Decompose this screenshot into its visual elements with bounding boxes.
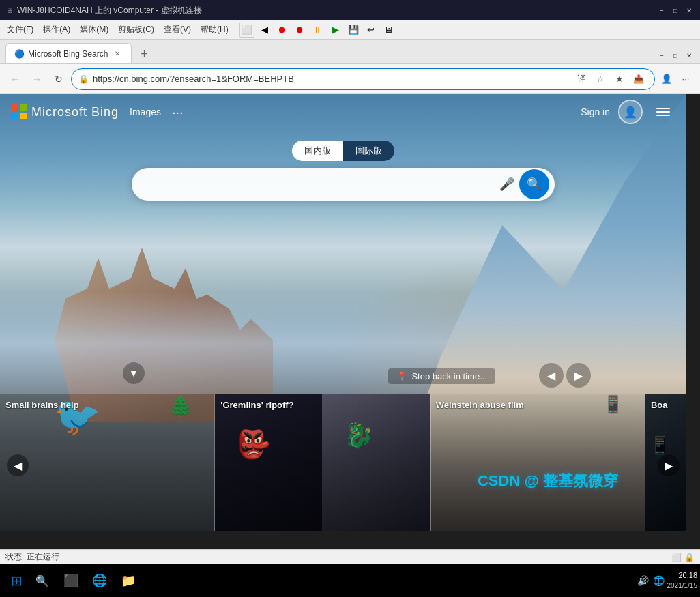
status-icon-2: 🔒 xyxy=(684,553,695,562)
hamburger-menu[interactable] xyxy=(651,100,675,124)
forward-button[interactable]: → xyxy=(27,70,46,89)
domestic-button[interactable]: 国内版 xyxy=(292,141,343,161)
card-3-title: Boa xyxy=(651,400,681,410)
vm-btn-rec[interactable]: ⏺ xyxy=(293,23,308,38)
card-0-overlay xyxy=(0,394,214,531)
address-bar: ← → ↻ 🔒 https://cn.bing.com/?ensearch=1&… xyxy=(0,64,700,94)
menu-clipboard[interactable]: 剪贴板(C) xyxy=(114,23,158,37)
menu-help[interactable]: 帮助(H) xyxy=(196,23,233,37)
bing-header-right: Sign in 👤 xyxy=(581,100,675,124)
logo-green xyxy=(20,104,27,111)
sign-in-link[interactable]: Sign in xyxy=(581,106,610,117)
browser-close[interactable]: ✕ xyxy=(684,50,695,61)
location-text: Step back in time... xyxy=(411,371,487,381)
hamburger-line-1 xyxy=(656,108,670,109)
search-box: 🎤 🔍 xyxy=(132,168,555,201)
browser-actions: 👤 ··· xyxy=(658,70,695,88)
system-tray: 🔊 🌐 xyxy=(637,575,665,586)
volume-icon[interactable]: 🔊 xyxy=(637,575,649,586)
next-arrow[interactable]: ▶ xyxy=(566,363,591,388)
news-card-2[interactable]: 👩 📱 Weinstein abuse film xyxy=(431,394,645,531)
search-icon: 🔍 xyxy=(35,574,49,587)
bing-logo: Microsoft Bing xyxy=(11,104,119,120)
menu-view[interactable]: 查看(V) xyxy=(160,23,195,37)
edge-browser-taskbar[interactable]: 🌐 xyxy=(86,567,113,594)
nav-arrows: ◀ ▶ xyxy=(539,363,591,388)
browser-chrome: 🔵 Microsoft Bing Search ✕ + − □ ✕ ← → ↻ … xyxy=(0,40,700,94)
start-button[interactable]: ⊞ xyxy=(3,567,30,594)
search-button[interactable]: 🔍 xyxy=(519,169,549,199)
nav-images[interactable]: Images xyxy=(130,106,161,117)
url-actions: 译 ☆ ★ 📤 xyxy=(572,70,647,88)
vm-btn-stop[interactable]: ⏺ xyxy=(275,23,290,38)
favorites-star[interactable]: ☆ xyxy=(592,70,609,88)
profile-button[interactable]: 👤 xyxy=(658,70,675,88)
news-card-0[interactable]: 🐦 🌲 Small brains help xyxy=(0,394,215,531)
translate-icon[interactable]: 译 xyxy=(572,70,590,88)
title-bar-controls: − □ ✕ xyxy=(656,5,695,16)
back-button[interactable]: ← xyxy=(5,70,25,89)
url-bar[interactable]: 🔒 https://cn.bing.com/?ensearch=1&FORM=B… xyxy=(71,68,655,90)
search-input[interactable] xyxy=(143,178,495,190)
microsoft-logo xyxy=(11,104,27,120)
new-tab-button[interactable]: + xyxy=(134,44,154,63)
tab-close-button[interactable]: ✕ xyxy=(112,48,123,59)
clock-time: 20:18 xyxy=(667,570,698,581)
card-2-title: Weinstein abuse film xyxy=(436,400,639,410)
taskbar-search-button[interactable]: 🔍 xyxy=(30,568,55,593)
maximize-button[interactable]: □ xyxy=(670,5,681,16)
title-bar-left: 🖥 WIN-J8HCOID4NAH 上的 vComputer - 虚拟机连接 xyxy=(5,5,202,16)
browser-minimize[interactable]: − xyxy=(656,50,667,61)
lock-icon: 🔒 xyxy=(78,74,89,84)
tab-title: Microsoft Bing Search xyxy=(28,49,108,59)
menu-action[interactable]: 操作(A) xyxy=(39,23,74,37)
url-text: https://cn.bing.com/?ensearch=1&FORM=BEH… xyxy=(93,74,568,84)
scroll-down-button[interactable]: ▼ xyxy=(123,362,145,384)
status-bar: 状态: 正在运行 ⬜ 🔒 xyxy=(0,549,700,564)
user-profile-button[interactable]: 👤 xyxy=(618,100,643,124)
network-icon[interactable]: 🌐 xyxy=(653,575,665,586)
taskbar: ⊞ 🔍 ⬛ 🌐 📁 🔊 🌐 20:18 2021/1/15 xyxy=(0,564,700,597)
minimize-button[interactable]: − xyxy=(656,5,667,16)
location-pin-icon: 📍 xyxy=(396,371,407,381)
vm-btn-pause[interactable]: ⏸ xyxy=(310,23,325,38)
search-container: 🎤 🔍 xyxy=(132,168,555,201)
close-button[interactable]: ✕ xyxy=(684,5,695,16)
vm-btn-back[interactable]: ◀ xyxy=(257,23,272,38)
taskbar-apps: ⬛ 🌐 📁 xyxy=(57,567,142,594)
prev-arrow[interactable]: ◀ xyxy=(539,363,564,388)
file-explorer-taskbar[interactable]: 📁 xyxy=(115,567,142,594)
favorites-list[interactable]: ★ xyxy=(611,70,628,88)
logo-red xyxy=(11,104,18,111)
international-button[interactable]: 国际版 xyxy=(343,141,394,161)
vm-btn-play[interactable]: ▶ xyxy=(328,23,343,38)
task-view-icon: ⬛ xyxy=(63,573,78,588)
edge-icon: 🌐 xyxy=(92,573,107,588)
cards-prev-button[interactable]: ◀ xyxy=(7,454,29,476)
status-bar-right: ⬜ 🔒 xyxy=(671,553,695,562)
region-toggle: 国内版 国际版 xyxy=(292,141,394,161)
settings-more[interactable]: ··· xyxy=(677,70,695,88)
nav-more-dots[interactable]: ··· xyxy=(172,104,184,120)
window-title: WIN-J8HCOID4NAH 上的 vComputer - 虚拟机连接 xyxy=(17,5,202,16)
refresh-button[interactable]: ↻ xyxy=(49,70,68,89)
microphone-button[interactable]: 🎤 xyxy=(495,172,519,196)
tab-favicon: 🔵 xyxy=(14,49,24,59)
taskbar-clock[interactable]: 20:18 2021/1/15 xyxy=(667,570,698,590)
bing-page: Microsoft Bing Images ··· Sign in 👤 国内版 … xyxy=(0,94,686,531)
vm-btn-undo[interactable]: ↩ xyxy=(364,23,379,38)
menu-file[interactable]: 文件(F) xyxy=(3,23,38,37)
share-icon[interactable]: 📤 xyxy=(630,70,647,88)
menu-media[interactable]: 媒体(M) xyxy=(76,23,113,37)
browser-tab-active[interactable]: 🔵 Microsoft Bing Search ✕ xyxy=(5,43,132,63)
vm-btn-monitor[interactable]: 🖥 xyxy=(381,23,396,38)
logo-yellow xyxy=(20,113,27,119)
vm-btn-save[interactable]: 💾 xyxy=(346,23,361,38)
browser-maximize[interactable]: □ xyxy=(670,50,681,61)
status-text: 状态: 正在运行 xyxy=(5,551,59,563)
news-card-1[interactable]: 👺 🐉 'Gremlins' ripoff? xyxy=(215,394,430,531)
task-view-button[interactable]: ⬛ xyxy=(57,567,85,594)
cards-next-button[interactable]: ▶ xyxy=(658,454,680,476)
logo-blue xyxy=(11,113,18,119)
vm-btn-1[interactable]: ⬜ xyxy=(239,23,254,38)
